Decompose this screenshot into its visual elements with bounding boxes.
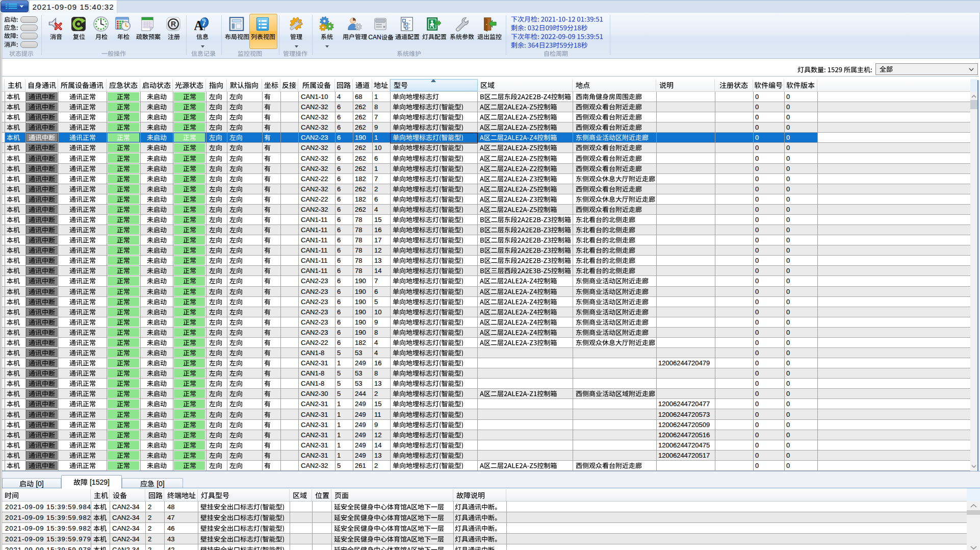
svg-text:R: R xyxy=(171,20,176,28)
